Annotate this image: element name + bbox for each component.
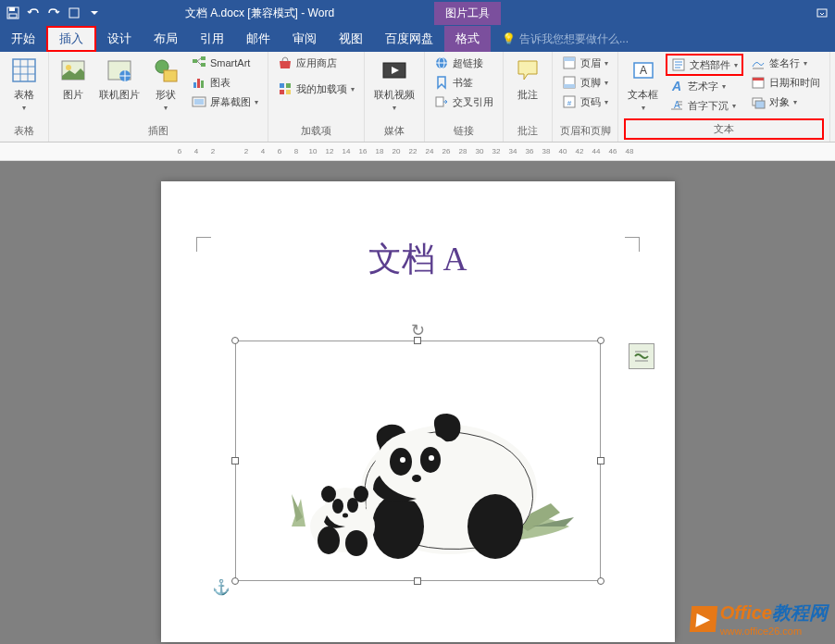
- crop-mark-icon: [625, 237, 640, 252]
- document-page[interactable]: 文档 A ↻: [161, 181, 675, 642]
- bookmark-icon: [434, 75, 449, 90]
- horizontal-ruler[interactable]: 6422468101214161820222426283032343638404…: [0, 142, 835, 161]
- screenshot-label: 屏幕截图: [210, 95, 251, 109]
- chevron-down-icon: ▾: [255, 98, 258, 106]
- svg-point-63: [400, 457, 405, 463]
- tab-layout[interactable]: 布局: [143, 26, 189, 52]
- save-button[interactable]: [4, 4, 22, 22]
- svg-rect-28: [280, 90, 284, 94]
- smartart-label: SmartArt: [210, 57, 250, 68]
- signature-line-button[interactable]: 签名行 ▾: [747, 54, 824, 72]
- crop-mark-icon: [196, 237, 211, 252]
- cross-reference-button[interactable]: 交叉引用: [430, 93, 497, 111]
- tab-review[interactable]: 审阅: [281, 26, 328, 52]
- tab-references[interactable]: 引用: [189, 26, 235, 52]
- ribbon-group-tables: 表格▾ 表格: [0, 52, 49, 142]
- svg-text:#: #: [567, 99, 572, 107]
- smartart-button[interactable]: SmartArt: [188, 54, 262, 72]
- svg-rect-3: [69, 8, 79, 18]
- watermark-url: www.office26.com: [720, 625, 828, 637]
- hyperlink-icon: [434, 56, 449, 70]
- tab-format[interactable]: 格式: [444, 26, 491, 52]
- cross-reference-label: 交叉引用: [453, 95, 493, 109]
- tell-me-search[interactable]: 💡 告诉我您想要做什么...: [491, 31, 629, 47]
- tab-design[interactable]: 设计: [96, 26, 143, 52]
- tables-button[interactable]: 表格▾: [6, 54, 43, 115]
- ribbon-group-text: A 文本框▾ 文档部件 ▾ A艺术字 ▾ A首字下沉 ▾ 签名行 ▾ 日期和时间…: [618, 52, 830, 142]
- page-number-icon: #: [562, 94, 577, 109]
- svg-rect-16: [193, 59, 197, 63]
- undo-button[interactable]: [24, 4, 43, 22]
- quick-parts-button[interactable]: 文档部件 ▾: [666, 54, 743, 76]
- drop-cap-button[interactable]: A首字下沉 ▾: [666, 96, 743, 115]
- online-video-label: 联机视频: [374, 89, 415, 100]
- screenshot-button[interactable]: 屏幕截图 ▾: [188, 93, 262, 111]
- document-title[interactable]: 文档 A: [207, 237, 629, 282]
- date-time-icon: [751, 75, 766, 90]
- footer-label: 页脚: [580, 76, 601, 90]
- svg-rect-54: [753, 78, 764, 80]
- qat-button-4[interactable]: [65, 4, 83, 22]
- tab-insert[interactable]: 插入: [46, 26, 96, 52]
- qat-customize-button[interactable]: [85, 4, 104, 22]
- watermark-brand: Office教程网: [720, 601, 828, 625]
- bookmark-label: 书签: [453, 76, 473, 90]
- hyperlink-button[interactable]: 超链接: [430, 54, 497, 72]
- selected-image[interactable]: [235, 341, 601, 581]
- text-box-icon: A: [629, 56, 658, 85]
- header-button[interactable]: 页眉 ▾: [558, 54, 612, 72]
- chevron-down-icon: ▾: [642, 104, 645, 112]
- ribbon-options-button[interactable]: [813, 4, 831, 22]
- quick-parts-label: 文档部件: [690, 58, 730, 72]
- chevron-down-icon: ▾: [164, 104, 168, 112]
- text-box-button[interactable]: A 文本框▾: [624, 54, 662, 115]
- tab-home[interactable]: 开始: [0, 26, 46, 52]
- word-art-icon: A: [669, 79, 684, 93]
- store-button[interactable]: 应用商店: [274, 54, 358, 72]
- svg-text:A: A: [639, 64, 646, 77]
- cross-reference-icon: [434, 94, 449, 109]
- date-time-button[interactable]: 日期和时间: [747, 73, 824, 92]
- my-addins-button[interactable]: 我的加载项 ▾: [274, 80, 358, 98]
- online-video-button[interactable]: 联机视频▾: [370, 54, 418, 115]
- chevron-down-icon: ▾: [804, 59, 807, 68]
- online-picture-icon: [105, 56, 134, 85]
- quick-parts-icon: [671, 57, 686, 72]
- header-label: 页眉: [580, 56, 601, 70]
- text-group-label: 文本: [624, 118, 824, 140]
- window-title: 文档 A.docx [兼容模式] - Word: [104, 6, 416, 21]
- object-icon: [751, 94, 766, 109]
- object-button[interactable]: 对象 ▾: [747, 93, 824, 111]
- pictures-button[interactable]: 图片: [55, 54, 92, 103]
- redo-button[interactable]: [44, 4, 63, 22]
- svg-point-74: [343, 514, 348, 518]
- layout-options-button[interactable]: [629, 343, 654, 369]
- svg-point-64: [429, 455, 434, 461]
- tab-view[interactable]: 视图: [328, 26, 374, 52]
- chart-button[interactable]: 图表: [188, 73, 262, 92]
- tab-mailings[interactable]: 邮件: [235, 26, 281, 52]
- document-area: 文档 A ↻: [0, 161, 835, 644]
- svg-point-68: [345, 530, 368, 556]
- svg-text:A: A: [671, 79, 681, 93]
- ribbon-group-illustrations: 图片 联机图片 形状▾ SmartArt 图表 屏幕截图 ▾ 插图: [49, 52, 268, 142]
- hyperlink-label: 超链接: [453, 56, 483, 70]
- word-art-button[interactable]: A艺术字 ▾: [666, 77, 743, 95]
- shapes-button[interactable]: 形状▾: [147, 54, 184, 115]
- pictures-label: 图片: [63, 89, 83, 101]
- watermark-brand-main: Office: [720, 602, 772, 623]
- bookmark-button[interactable]: 书签: [430, 73, 497, 92]
- tab-baidu[interactable]: 百度网盘: [374, 26, 444, 52]
- svg-rect-18: [201, 63, 206, 67]
- page-number-label: 页码: [580, 95, 601, 109]
- online-pictures-button[interactable]: 联机图片: [95, 54, 143, 103]
- object-label: 对象: [769, 95, 790, 109]
- page-number-button[interactable]: #页码 ▾: [558, 93, 612, 111]
- addins-icon: [278, 81, 293, 96]
- anchor-icon[interactable]: ⚓: [212, 578, 231, 596]
- footer-button[interactable]: 页脚 ▾: [558, 73, 612, 92]
- links-group-label: 链接: [430, 122, 497, 140]
- illustrations-group-label: 插图: [55, 122, 262, 140]
- comment-button[interactable]: 批注: [509, 54, 546, 103]
- svg-point-70: [321, 486, 336, 502]
